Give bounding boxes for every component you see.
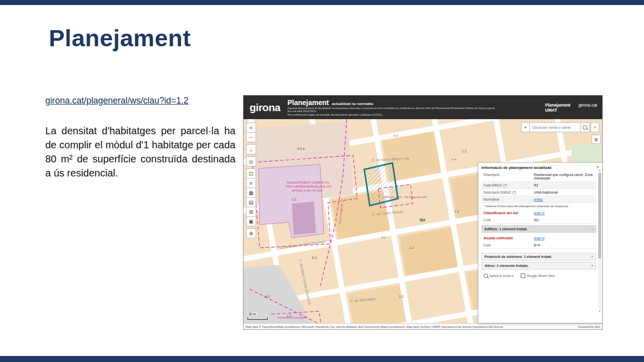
layers-panel-icon: ▥: [594, 137, 598, 142]
group-header-edificis[interactable]: Edificis: 1 element trobat. −: [481, 225, 596, 233]
row-value: R2: [534, 184, 594, 187]
expand-plus-icon[interactable]: +: [591, 264, 593, 267]
row-value: SU: [534, 218, 594, 222]
disclaimer-line-1: Aquesta documentació és de caràcter excl…: [287, 107, 499, 113]
collapse-minus-icon[interactable]: −: [591, 227, 593, 231]
layers-button[interactable]: ▤: [246, 197, 256, 207]
search-expand-button[interactable]: »: [591, 122, 599, 132]
section-title: Classificació del sòl: [484, 211, 534, 215]
panel-footnote: * Sistema d'informació del planejament u…: [481, 203, 596, 209]
group-title: Edificis: 1 element trobat.: [485, 227, 527, 231]
planejament-app-screenshot: girona Planejament actualitzat no normat…: [244, 96, 602, 329]
chevron-down-icon: ▾: [524, 125, 526, 130]
home-button[interactable]: ⌂: [246, 144, 256, 154]
app-header: girona Planejament actualitzat no normat…: [244, 96, 602, 119]
zoom-icon: [484, 274, 488, 278]
table-row: Codi SIMUC (*) R2: [481, 182, 596, 189]
street-view-icon: [521, 274, 525, 278]
table-row: Descripció Residencial que configura car…: [481, 171, 596, 182]
selected-parcel[interactable]: [364, 163, 398, 206]
search-input[interactable]: [530, 122, 580, 132]
legend-button[interactable]: ≡: [246, 178, 256, 188]
table-row: Codi B+4: [481, 242, 596, 249]
measure-button[interactable]: ⊞: [246, 207, 256, 217]
scroll-down-icon[interactable]: ▼: [598, 310, 601, 313]
street-view-action[interactable]: Google Street View: [521, 274, 555, 278]
map-attribution-bar: Map data © OpenStreetMap contributors, M…: [244, 323, 602, 329]
panel-title: Informació de planejament localitzat:: [481, 165, 552, 170]
body-text: La densitat d'habitatges per parcel·la h…: [45, 124, 235, 180]
section-alcada: Alçada edificable anar-hi: [481, 234, 596, 242]
app-header-center: Planejament actualitzat no normatiu Aque…: [287, 99, 499, 117]
slide-top-accent-bar: [0, 0, 644, 5]
anar-hi-link[interactable]: anar-hi: [534, 211, 594, 215]
table-row: Codi SU: [481, 217, 596, 224]
row-label: Descripció: [484, 173, 534, 180]
zoom-out-button[interactable]: −: [246, 132, 256, 142]
print-button[interactable]: ▣: [246, 216, 256, 226]
row-value: Residencial que configura carrer. Zona d…: [534, 173, 594, 180]
row-label: Codi SIMUC (*): [484, 184, 534, 187]
group-header-proteccio[interactable]: Protecció de sistemes: 1 element trobat.…: [481, 253, 596, 260]
row-value: Urbà tradicional: [534, 191, 594, 194]
row-label: Codi: [484, 218, 534, 222]
expand-plus-icon[interactable]: +: [591, 255, 593, 258]
section-title: Alçada edificable: [484, 236, 534, 240]
row-label: Codi: [484, 243, 534, 247]
table-row: Normativa enllaç: [481, 196, 596, 203]
header-link-girona-cat[interactable]: girona.cat: [579, 103, 597, 108]
scroll-up-icon[interactable]: ▲: [598, 169, 601, 171]
slide-bottom-accent-bar: [0, 356, 644, 362]
scrollbar-thumb[interactable]: [598, 173, 601, 258]
side-panel-toggle-button[interactable]: ▥: [592, 135, 601, 144]
search-scope-dropdown[interactable]: ▾: [521, 122, 530, 132]
row-value: B+4: [534, 243, 594, 247]
attribution-text: Map data © OpenStreetMap contributors, M…: [244, 325, 576, 328]
header-link-umat[interactable]: UMAT: [545, 108, 597, 113]
panel-scrollbar[interactable]: [598, 172, 601, 310]
source-link[interactable]: girona.cat/plageneral/ws/clau?id=1.2: [45, 96, 189, 106]
locate-button[interactable]: ◎: [246, 156, 256, 166]
planning-info-panel: Informació de planejament localitzat: × …: [478, 162, 602, 323]
street-view-label: Google Street View: [527, 274, 555, 278]
powered-by-esri: Powered by Esri: [576, 325, 602, 328]
basemap-button[interactable]: ▦: [246, 188, 256, 198]
app-header-links: Planejament girona.cat UMAT: [545, 103, 597, 113]
double-chevron-right-icon: »: [594, 125, 596, 130]
fullscreen-button[interactable]: ⊡: [246, 168, 256, 178]
group-title: Protecció de sistemes: 1 element trobat.: [485, 255, 552, 258]
apply-zoom-action[interactable]: Aplica el zoom a: [484, 274, 514, 278]
disclaimer-line-2: Per a referències legals cal consultar e…: [287, 113, 499, 117]
group-header-altres[interactable]: Altres: 2 elements trobats. +: [481, 262, 596, 269]
scale-line: [248, 317, 268, 320]
map-scale-bar: 30 m: [248, 308, 268, 320]
search-bar: ▾ »: [521, 122, 599, 132]
zoom-in-button[interactable]: +: [246, 123, 256, 133]
header-link-planejament[interactable]: Planejament: [545, 103, 571, 108]
panel-footer: Aplica el zoom a Google Street View: [481, 271, 596, 281]
section-classificacio: Classificació del sòl anar-hi: [481, 209, 596, 217]
girona-logo: girona: [250, 102, 280, 114]
table-row: Descripció SIMUC (*) Urbà tradicional: [481, 189, 596, 196]
row-label: Normativa: [484, 198, 534, 201]
app-title: Planejament: [287, 99, 329, 107]
search-button[interactable]: [580, 122, 590, 132]
app-subtitle: actualitzat no normatiu: [332, 102, 373, 106]
row-label: Descripció SIMUC (*): [484, 191, 534, 194]
normativa-link[interactable]: enllaç: [534, 198, 594, 201]
group-title: Altres: 2 elements trobats.: [485, 264, 529, 267]
page-title: Planejament: [49, 24, 191, 52]
search-icon: [583, 125, 587, 130]
apply-zoom-label: Aplica el zoom a: [490, 274, 514, 278]
scale-label: 30 m: [248, 312, 257, 316]
anar-hi-link[interactable]: anar-hi: [534, 236, 594, 240]
pan-button[interactable]: ⊕: [246, 228, 256, 238]
map-toolbar: + − ⌂ ◎ ⊡ ≡ ▦ ▤ ⊞ ▣ ⊕: [246, 123, 256, 238]
